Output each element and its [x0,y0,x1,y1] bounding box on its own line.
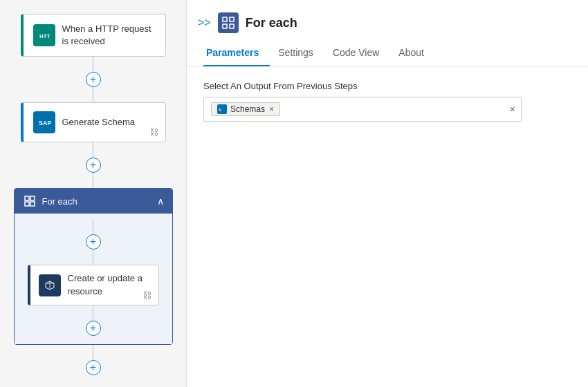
svg-rect-7 [30,202,35,206]
schemas-tag: S Schemas × [211,102,280,116]
svg-text:HTTP: HTTP [39,33,50,39]
tag-sap-icon: S [217,104,227,114]
link-icon-schema: ⛓ [149,127,158,138]
add-after-inner-node-button[interactable]: + [86,321,101,336]
panel-title: For each [246,16,297,30]
svg-text:SAP: SAP [39,120,51,126]
inner-line-1 [93,219,94,234]
inner-connector-2: + [86,305,101,336]
connector-3: + [86,345,101,375]
generate-schema-node[interactable]: SAP Generate Schema ⛓ [21,102,166,142]
connector-1: + [86,57,101,102]
svg-rect-4 [25,196,29,200]
input-clear-button[interactable]: × [510,104,515,115]
tab-about[interactable]: About [396,40,435,66]
tag-remove-button[interactable]: × [269,104,274,114]
for-each-header[interactable]: For each ∧ [15,189,172,214]
svg-rect-12 [223,17,227,21]
add-step-button-2[interactable]: + [86,158,101,173]
chevron-up-icon: ∧ [157,196,164,207]
flow-canvas: HTTP When a HTTP request is received + S… [0,0,187,387]
add-step-button-3[interactable]: + [86,360,101,375]
output-field-label: Select An Output From Previous Steps [203,81,571,91]
tab-settings[interactable]: Settings [275,40,324,66]
add-step-button-1[interactable]: + [86,72,101,87]
inner-connector-1: + [86,219,101,265]
connector-line-5 [93,345,94,360]
http-node-label: When a HTTP request is received [62,23,156,48]
output-select-input[interactable]: S Schemas × × [203,97,522,122]
create-update-resource-node[interactable]: Create or update a resource ⛓ [28,265,159,305]
link-icon-resource: ⛓ [143,290,151,301]
schema-node-label: Generate Schema [62,116,136,129]
tag-label: Schemas [230,104,265,114]
connector-line [93,57,94,72]
svg-rect-14 [223,24,227,28]
panel-content: Select An Output From Previous Steps S S… [187,67,588,387]
for-each-icon [23,194,37,208]
right-panel: >> For each Parameters Settings Code Vie… [187,0,588,387]
inner-line-3 [93,305,94,321]
panel-title-icon [218,12,239,33]
panel-header: >> For each [187,0,588,40]
svg-rect-13 [230,17,234,21]
flow-container: HTTP When a HTTP request is received + S… [0,14,186,375]
for-each-container: For each ∧ + [14,188,173,344]
for-each-body: + Create or update a resource ⛓ [15,214,172,343]
connector-line-2 [93,87,94,102]
cube-icon [39,274,61,296]
http-icon: HTTP [33,24,55,46]
connector-line-3 [93,142,94,158]
http-request-node[interactable]: HTTP When a HTTP request is received [21,14,166,57]
create-resource-label: Create or update a resource [68,272,150,297]
sap-icon: SAP [33,111,55,133]
tab-parameters[interactable]: Parameters [203,40,270,66]
add-inner-step-button[interactable]: + [86,234,101,249]
tab-code-view[interactable]: Code View [330,40,390,66]
for-each-label: For each [42,196,157,207]
collapse-panel-button[interactable]: >> [198,17,211,29]
svg-rect-6 [25,202,29,206]
panel-tabs: Parameters Settings Code View About [187,40,588,67]
inner-line-2 [93,249,94,265]
connector-line-4 [93,173,94,188]
svg-rect-15 [230,24,234,28]
svg-rect-5 [30,196,35,200]
connector-2: + [86,142,101,188]
